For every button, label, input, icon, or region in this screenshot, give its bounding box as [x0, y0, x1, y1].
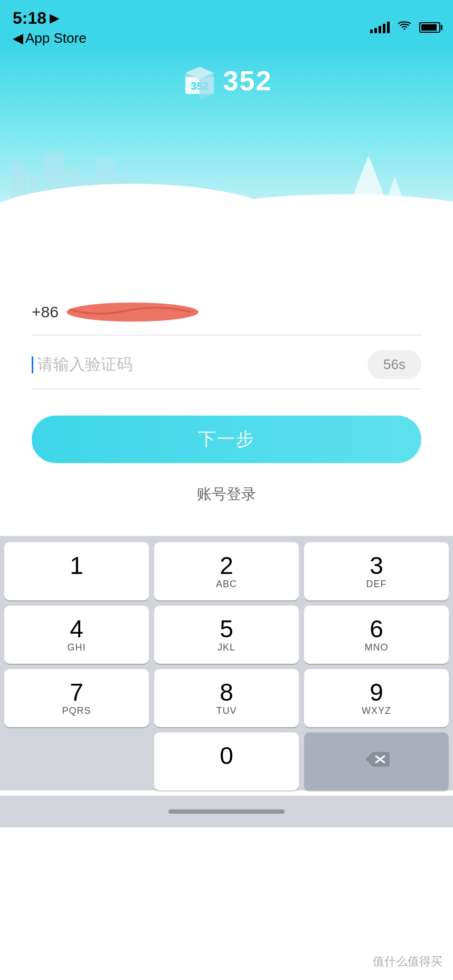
- key-5[interactable]: 5 JKL: [154, 606, 299, 664]
- phone-prefix: +86: [32, 303, 59, 321]
- key-8[interactable]: 8 TUV: [154, 669, 299, 727]
- logo-container: 352 352: [0, 46, 453, 99]
- phone-field-row: +86: [32, 289, 421, 335]
- key-6-letters: MNO: [365, 642, 389, 653]
- key-0[interactable]: 0: [154, 732, 299, 790]
- key-3[interactable]: 3 DEF: [304, 542, 449, 600]
- key-0-number: 0: [220, 743, 233, 768]
- snow-hills: [0, 163, 453, 268]
- key-1-number: 1: [70, 553, 83, 578]
- key-2-number: 2: [220, 553, 233, 578]
- key-8-number: 8: [220, 680, 233, 704]
- status-right: [370, 20, 440, 35]
- home-indicator: [0, 796, 453, 827]
- key-4[interactable]: 4 GHI: [4, 606, 149, 664]
- form-section: +86 请输入验证码 56s 下一步 账号登录: [0, 268, 453, 520]
- back-button[interactable]: ◀ App Store: [13, 30, 87, 46]
- key-4-letters: GHI: [67, 642, 86, 653]
- status-left: 5:18 ▶ ◀ App Store: [13, 8, 87, 46]
- svg-point-9: [67, 303, 199, 322]
- keyboard-row-2: 4 GHI 5 JKL 6 MNO: [4, 606, 449, 664]
- next-button[interactable]: 下一步: [32, 416, 421, 463]
- battery-icon: [419, 22, 440, 33]
- key-7-letters: PQRS: [62, 705, 91, 717]
- key-7[interactable]: 7 PQRS: [4, 669, 149, 727]
- key-5-letters: JKL: [218, 642, 235, 653]
- key-9-letters: WXYZ: [362, 705, 391, 717]
- back-label: App Store: [25, 30, 87, 46]
- signal-icon: [370, 22, 390, 33]
- keyboard-row-3: 7 PQRS 8 TUV 9 WXYZ: [4, 669, 449, 727]
- redaction-scribble: [64, 299, 201, 325]
- key-3-letters: DEF: [366, 579, 387, 590]
- status-bar: 5:18 ▶ ◀ App Store: [0, 0, 453, 46]
- key-2[interactable]: 2 ABC: [154, 542, 299, 600]
- key-empty: [4, 732, 149, 790]
- delete-icon: [363, 750, 390, 774]
- wifi-icon: [397, 20, 412, 35]
- keyboard-row-1: 1 2 ABC 3 DEF: [4, 542, 449, 600]
- key-2-letters: ABC: [216, 579, 237, 590]
- key-5-number: 5: [220, 617, 233, 641]
- verification-code-row[interactable]: 请输入验证码 56s: [32, 341, 421, 389]
- key-6-number: 6: [370, 617, 383, 641]
- home-bar: [168, 809, 285, 814]
- key-8-letters: TUV: [216, 705, 237, 717]
- key-1[interactable]: 1: [4, 542, 149, 600]
- key-9-number: 9: [370, 680, 383, 704]
- key-0-letters: [225, 769, 228, 780]
- key-1-letters: [75, 579, 78, 590]
- key-4-number: 4: [70, 617, 83, 641]
- time-display: 5:18: [13, 8, 46, 28]
- account-login-link[interactable]: 账号登录: [32, 484, 421, 504]
- countdown-button[interactable]: 56s: [367, 350, 421, 379]
- key-7-number: 7: [70, 680, 83, 704]
- back-arrow-icon: ◀: [13, 30, 23, 46]
- hero-section: 352 352: [0, 46, 453, 268]
- key-9[interactable]: 9 WXYZ: [304, 669, 449, 727]
- number-keyboard: 1 2 ABC 3 DEF 4 GHI 5 JKL 6 MNO 7 PQRS: [0, 536, 453, 790]
- text-cursor: [32, 356, 33, 373]
- location-icon: ▶: [50, 12, 59, 25]
- phone-number-redacted: [64, 299, 421, 325]
- key-delete[interactable]: [304, 732, 449, 790]
- logo-text: 352: [223, 65, 272, 97]
- key-6[interactable]: 6 MNO: [304, 606, 449, 664]
- status-time: 5:18 ▶: [13, 8, 87, 28]
- logo-icon: 352: [181, 62, 218, 99]
- key-3-number: 3: [370, 553, 383, 578]
- code-placeholder: 请输入验证码: [37, 354, 367, 375]
- watermark: 值什么值得买: [373, 954, 442, 969]
- keyboard-row-4: 0: [4, 732, 449, 790]
